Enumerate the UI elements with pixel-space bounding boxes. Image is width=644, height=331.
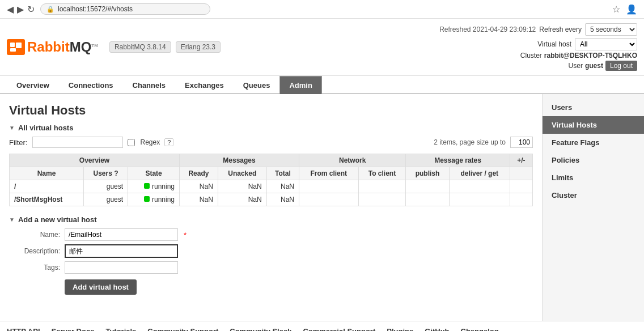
browser-right: ☆ 👤 <box>612 4 637 15</box>
footer-link-github[interactable]: GitHub <box>425 327 449 331</box>
add-section-arrow[interactable]: ▼ <box>9 217 15 223</box>
version-badge: RabbitMQ 3.8.14 <box>109 41 171 53</box>
account-icon[interactable]: 👤 <box>626 4 637 15</box>
col-to-client: To client <box>358 167 406 180</box>
sidebar-item-limits[interactable]: Limits <box>543 169 644 186</box>
name-label: Name: <box>9 231 60 239</box>
tags-input[interactable] <box>65 261 178 274</box>
name-input[interactable] <box>65 228 178 241</box>
required-star: * <box>184 231 187 239</box>
sidebar-item-cluster[interactable]: Cluster <box>543 186 644 204</box>
vhost-ready: NaN <box>180 193 218 206</box>
bookmark-icon[interactable]: ☆ <box>612 4 620 15</box>
section-label: All virtual hosts <box>18 124 74 132</box>
svg-rect-3 <box>10 48 16 52</box>
logo-tm: TM <box>91 43 98 48</box>
footer-link-server-docs[interactable]: Server Docs <box>52 327 95 331</box>
browser-chrome: ◀ ▶ ↻ 🔒 localhost:15672/#/vhosts ☆ 👤 <box>0 0 644 19</box>
main-content: Virtual Hosts ▼ All virtual hosts Filter… <box>0 94 542 321</box>
rmq-header: RabbitMQTM RabbitMQ 3.8.14 Erlang 23.3 R… <box>0 19 644 76</box>
vhost-unacked: NaN <box>218 193 266 206</box>
add-vhost-section: ▼ Add a new virtual host Name: * Descrip… <box>9 215 533 295</box>
col-group-network: Network <box>299 154 405 167</box>
refresh-select[interactable]: 5 seconds 10 seconds 30 seconds 60 secon… <box>585 23 637 36</box>
filter-row: Filter: Regex ? 2 items, page size up to <box>9 137 533 148</box>
footer-link-plugins[interactable]: Plugins <box>387 327 413 331</box>
col-ready: Ready <box>180 167 218 180</box>
vhost-select[interactable]: All / /ShortMsgHost <box>575 38 637 50</box>
description-row: Description: <box>9 244 533 258</box>
reload-button[interactable]: ↻ <box>27 4 35 15</box>
cluster-label: Cluster <box>520 52 542 60</box>
table-row[interactable]: /ShortMsgHost guest running NaN NaN NaN <box>10 193 533 206</box>
page-size-input[interactable] <box>510 137 533 148</box>
logo-text: RabbitMQTM <box>27 39 98 55</box>
footer-link-community-slack[interactable]: Community Slack <box>230 327 291 331</box>
nav-item-admin[interactable]: Admin <box>279 76 321 94</box>
vhost-unacked: NaN <box>218 180 266 193</box>
refresh-label: Refresh every <box>539 26 582 33</box>
sidebar-item-policies[interactable]: Policies <box>543 151 644 169</box>
col-state: State <box>128 167 180 180</box>
col-name: Name <box>10 167 84 180</box>
browser-controls[interactable]: ◀ ▶ ↻ <box>7 4 35 15</box>
vhost-from-client <box>299 180 358 193</box>
rmq-badges: RabbitMQ 3.8.14 Erlang 23.3 <box>109 41 221 53</box>
vhost-action <box>510 193 532 206</box>
vhost-to-client <box>358 193 406 206</box>
main-layout: Virtual Hosts ▼ All virtual hosts Filter… <box>0 94 644 321</box>
regex-checkbox[interactable] <box>128 139 135 146</box>
col-group-message-rates: Message rates <box>406 154 510 167</box>
refreshed-text: Refreshed 2021-04-29 23:09:12 <box>439 26 536 33</box>
forward-button[interactable]: ▶ <box>17 4 24 15</box>
nav-item-exchanges[interactable]: Exchanges <box>175 76 234 94</box>
sidebar-item-feature-flags[interactable]: Feature Flags <box>543 134 644 151</box>
nav-item-channels[interactable]: Channels <box>123 76 176 94</box>
add-vhost-button[interactable]: Add virtual host <box>65 279 137 295</box>
table-row[interactable]: / guest running NaN NaN NaN <box>10 180 533 193</box>
footer-link-community-support[interactable]: Community Support <box>147 327 218 331</box>
footer-link-tutorials[interactable]: Tutorials <box>105 327 136 331</box>
collapse-arrow[interactable]: ▼ <box>9 125 15 131</box>
back-button[interactable]: ◀ <box>7 4 14 15</box>
col-group-messages: Messages <box>180 154 299 167</box>
vhosts-tbody: / guest running NaN NaN NaN /ShortMsgHos… <box>10 180 533 206</box>
regex-label: Regex <box>141 138 160 146</box>
vhost-name[interactable]: / <box>10 180 84 193</box>
sidebar: UsersVirtual HostsFeature FlagsPoliciesL… <box>542 94 644 321</box>
vhost-total: NaN <box>266 193 299 206</box>
col-publish: publish <box>406 167 449 180</box>
footer-link-changelog[interactable]: Changelog <box>461 327 499 331</box>
tags-label: Tags: <box>9 264 60 271</box>
help-icon[interactable]: ? <box>164 138 173 146</box>
user-value: guest <box>585 62 603 70</box>
items-count-text: 2 items, page size up to <box>434 138 506 146</box>
vhosts-table: Overview Messages Network Message rates … <box>9 154 533 206</box>
vhost-total: NaN <box>266 180 299 193</box>
nav-item-connections[interactable]: Connections <box>59 76 123 94</box>
footer-link-http-api[interactable]: HTTP API <box>7 327 40 331</box>
vhost-action <box>510 180 532 193</box>
vhost-name[interactable]: /ShortMsgHost <box>10 193 84 206</box>
name-row: Name: * <box>9 228 533 241</box>
description-input[interactable] <box>65 244 178 258</box>
vhost-users: guest <box>83 180 128 193</box>
nav-item-queues[interactable]: Queues <box>234 76 280 94</box>
svg-rect-1 <box>10 43 15 47</box>
nav-item-overview[interactable]: Overview <box>7 76 59 94</box>
vhost-publish <box>406 180 449 193</box>
logo-rabbit: Rabbit <box>27 39 70 54</box>
col-group-plusminus: +/- <box>510 154 532 167</box>
logout-button[interactable]: Log out <box>605 61 637 71</box>
tags-row: Tags: <box>9 261 533 274</box>
sidebar-item-virtual-hosts[interactable]: Virtual Hosts <box>543 116 644 134</box>
sidebar-item-users[interactable]: Users <box>543 99 644 116</box>
footer-link-commercial-support[interactable]: Commercial Support <box>303 327 375 331</box>
rmq-logo: RabbitMQTM <box>7 39 98 55</box>
rmq-right: Refreshed 2021-04-29 23:09:12 Refresh ev… <box>439 23 637 71</box>
filter-input[interactable] <box>32 137 123 148</box>
description-label: Description: <box>9 247 60 255</box>
vhost-users: guest <box>83 193 128 206</box>
vhosts-section-header: ▼ All virtual hosts <box>9 124 533 132</box>
address-bar[interactable]: 🔒 localhost:15672/#/vhosts <box>40 3 210 15</box>
